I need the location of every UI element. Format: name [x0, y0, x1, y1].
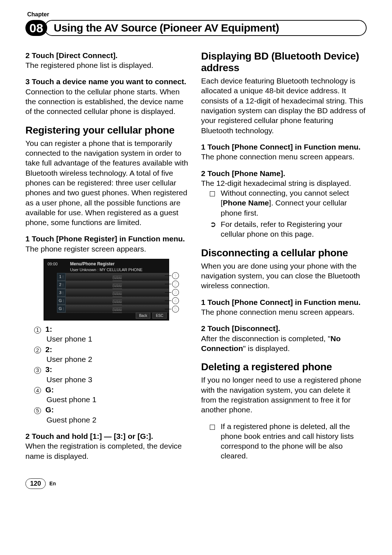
section-bd-body: Each device featuring Bluetooth technolo…	[201, 76, 367, 135]
delete-note: If a registered phone is deleted, all th…	[210, 421, 367, 461]
scr-row-1: 1 :Delete	[57, 273, 169, 281]
reference-icon: ➲	[210, 219, 221, 239]
callout-legend: 11:User phone 1 22:User phone 2 33:User …	[34, 324, 191, 425]
language-code: En	[49, 480, 56, 487]
disc-step2-body: After the disconnection is completed, "N…	[201, 334, 367, 354]
scr-time: 09:00	[48, 261, 58, 266]
scr-row-2: 2 :Delete	[57, 281, 169, 289]
square-bullet-icon	[210, 188, 221, 218]
section-disconnect-title: Disconnecting a cellular phone	[201, 247, 367, 259]
disc-step2-head: 2 Touch [Disconnect].	[201, 323, 367, 333]
step-3-body: Connection to the cellular phone starts.…	[25, 87, 191, 117]
bd-step2-body: The 12-digit hexadecimal string is displ…	[201, 178, 367, 188]
step-3-head: 3 Touch a device name you want to connec…	[25, 77, 191, 86]
phone-register-screenshot: 09:00 Menu/Phone Register User Unknown :…	[44, 259, 169, 321]
bd-note-1: Without connecting, you cannot select [P…	[210, 188, 367, 218]
section-registering-body: You can register a phone that is tempora…	[25, 138, 191, 228]
section-registering-title: Registering your cellular phone	[25, 125, 191, 136]
reg-step2-body: When the registration is completed, the …	[25, 441, 191, 461]
section-bd-title: Displaying BD (Bluetooth Device) address	[201, 50, 367, 74]
scr-back-button: Back	[136, 313, 150, 319]
scr-row-3: 3 :Delete	[57, 289, 169, 297]
section-disconnect-body: When you are done using your phone with …	[201, 261, 367, 291]
chapter-title: Using the AV Source (Pioneer AV Equipmen…	[54, 21, 279, 35]
chapter-header: 08 Using the AV Source (Pioneer AV Equip…	[25, 20, 367, 36]
reg-step2-head: 2 Touch and hold [1:] — [3:] or [G:].	[25, 431, 191, 441]
step-2-body: The registered phone list is displayed.	[25, 60, 191, 70]
scr-row-5: G :Delete	[57, 305, 169, 313]
chapter-number-badge: 08	[25, 20, 47, 36]
chapter-label: Chapter	[27, 11, 367, 19]
bd-step1-body: The phone connection menu screen appears…	[201, 152, 367, 162]
page-number: 120	[25, 478, 46, 489]
reg-step1-body: The phone register screen appears.	[25, 244, 191, 254]
bd-note-2: ➲ For details, refer to Registering your…	[210, 219, 367, 239]
scr-title: Menu/Phone Register	[70, 261, 115, 267]
reg-step1-head: 1 Touch [Phone Register] in Function men…	[25, 234, 191, 244]
chapter-title-pill: Using the AV Source (Pioneer AV Equipmen…	[44, 20, 367, 36]
section-delete-body: If you no longer need to use a registere…	[201, 375, 367, 415]
left-column: 2 Touch [Direct Connect]. The registered…	[25, 50, 191, 468]
scr-esc-button: ESC	[152, 313, 167, 319]
bd-step1-head: 1 Touch [Phone Connect] in Function menu…	[201, 142, 367, 152]
square-bullet-icon	[210, 421, 221, 461]
step-2-head: 2 Touch [Direct Connect].	[25, 50, 191, 60]
scr-sub: User Unknown : MY CELLULAR PHONE	[70, 267, 143, 272]
bd-step2-head: 2 Touch [Phone Name].	[201, 168, 367, 178]
section-delete-title: Deleting a registered phone	[201, 361, 367, 373]
scr-row-4: G :Delete	[57, 297, 169, 305]
right-column: Displaying BD (Bluetooth Device) address…	[201, 50, 367, 468]
page-footer: 120 En	[25, 478, 367, 489]
disc-step1-head: 1 Touch [Phone Connect] in Function menu…	[201, 297, 367, 307]
screenshot-callouts: 1 2 3 4 5	[165, 272, 182, 313]
disc-step1-body: The phone connection menu screen appears…	[201, 307, 367, 317]
